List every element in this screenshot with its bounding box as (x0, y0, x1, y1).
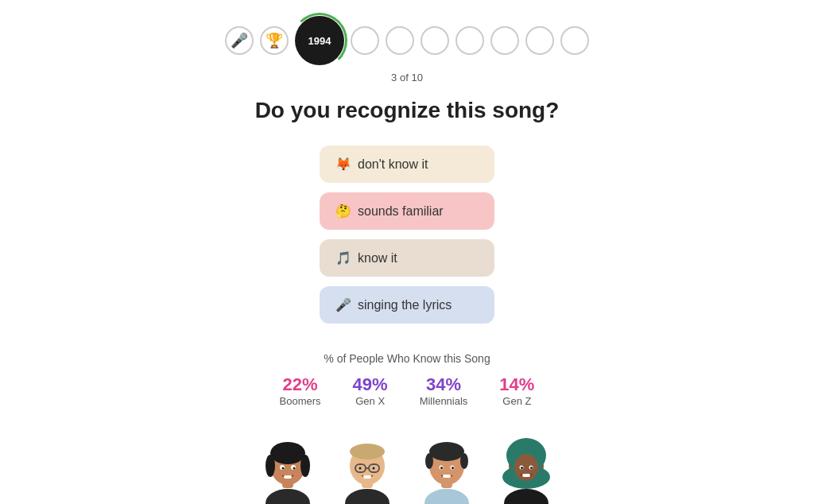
svg-point-25 (425, 453, 433, 469)
svg-point-5 (300, 455, 310, 477)
svg-point-21 (424, 489, 469, 504)
singing-emoji: 🎤 (335, 297, 351, 312)
dot-4 (351, 26, 379, 55)
svg-point-8 (282, 467, 285, 470)
answers-container: 🦊 don't know it 🤔 sounds familiar 🎵 know… (320, 145, 494, 324)
character-3 (407, 420, 486, 504)
svg-point-24 (429, 442, 464, 461)
svg-point-11 (345, 489, 390, 504)
know-it-emoji: 🎵 (335, 250, 351, 266)
dot-9 (525, 26, 554, 55)
svg-rect-20 (363, 475, 371, 479)
stat-genz-label: Gen Z (502, 395, 531, 407)
stat-millennials: 34% Millennials (420, 376, 468, 407)
svg-point-4 (266, 455, 275, 477)
dot-2: 🏆 (260, 26, 289, 55)
stat-genx: 49% Gen X (353, 376, 388, 407)
dot-6 (421, 26, 449, 55)
dot-1: 🎤 (225, 26, 254, 55)
progress-row: 🎤 🏆 1994 (225, 16, 589, 65)
answer-sounds-familiar[interactable]: 🤔 sounds familiar (320, 192, 494, 230)
svg-point-3 (270, 442, 305, 464)
dot-3-active: 1994 (295, 16, 344, 65)
dot-8 (490, 26, 519, 55)
svg-point-29 (440, 467, 443, 469)
stats-row: 22% Boomers 49% Gen X 34% Millennials 14… (280, 376, 535, 407)
stat-millennials-label: Millennials (420, 395, 468, 407)
svg-rect-42 (522, 474, 530, 477)
stat-genx-label: Gen X (355, 395, 385, 407)
dot-7 (455, 26, 484, 55)
stats-title: % of People Who Know this Song (324, 352, 490, 365)
characters-row (248, 420, 566, 504)
stat-genx-pct: 49% (353, 376, 388, 394)
stat-millennials-pct: 34% (426, 376, 461, 394)
svg-rect-31 (443, 475, 451, 478)
stat-boomers: 22% Boomers (280, 376, 321, 407)
sounds-familiar-emoji: 🤔 (335, 204, 351, 219)
progress-label: 3 of 10 (391, 72, 423, 83)
svg-point-0 (266, 489, 310, 504)
answer-know-it[interactable]: 🎵 know it (320, 239, 494, 277)
character-2 (328, 420, 407, 504)
singing-label: singing the lyrics (358, 298, 452, 312)
stat-boomers-label: Boomers (280, 395, 321, 407)
know-it-label: know it (358, 251, 397, 266)
svg-point-32 (504, 489, 548, 504)
dot-10 (560, 26, 589, 55)
character-1 (248, 420, 328, 504)
svg-point-9 (293, 467, 296, 470)
dot-5 (386, 26, 414, 55)
svg-point-30 (452, 467, 454, 469)
svg-point-19 (373, 467, 375, 470)
question-text: Do you recognize this song? (255, 98, 560, 123)
dont-know-emoji: 🦊 (335, 157, 351, 172)
svg-point-26 (460, 453, 468, 469)
sounds-familiar-label: sounds familiar (358, 204, 444, 219)
answer-singing[interactable]: 🎤 singing the lyrics (320, 286, 494, 324)
stat-genz-pct: 14% (499, 376, 534, 394)
dont-know-label: don't know it (358, 157, 428, 172)
answer-dont-know[interactable]: 🦊 don't know it (320, 145, 494, 183)
stat-boomers-pct: 22% (283, 376, 318, 394)
stat-genz: 14% Gen Z (499, 376, 534, 407)
page-container: 🎤 🏆 1994 3 of 10 Do you recognize this s… (0, 0, 814, 504)
svg-point-18 (359, 467, 362, 470)
stats-section: % of People Who Know this Song 22% Boome… (0, 352, 814, 420)
svg-point-40 (521, 467, 523, 469)
svg-rect-10 (284, 475, 292, 479)
character-4 (486, 420, 566, 504)
svg-point-14 (350, 444, 385, 459)
svg-point-41 (530, 467, 533, 469)
